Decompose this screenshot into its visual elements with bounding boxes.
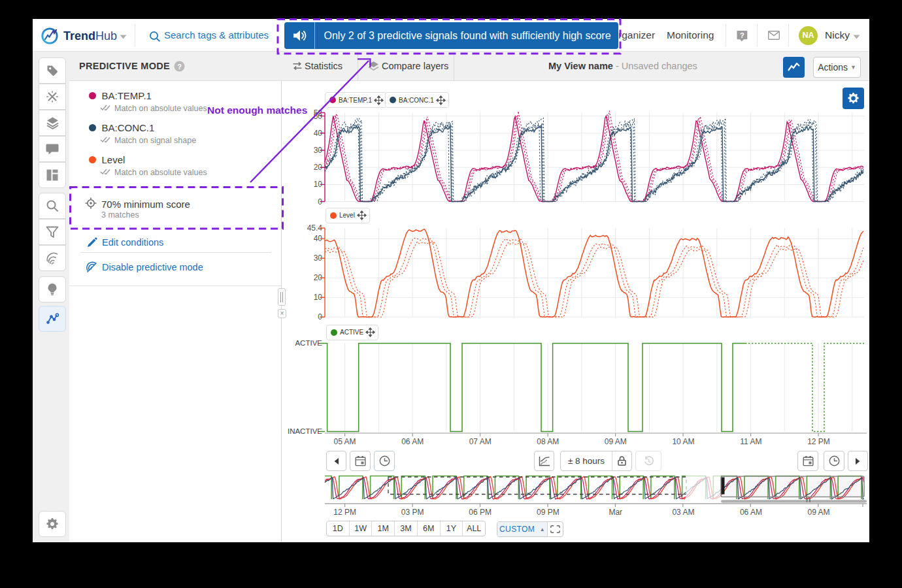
svg-text:?: ?	[740, 31, 744, 39]
svg-text:?: ?	[177, 63, 182, 71]
